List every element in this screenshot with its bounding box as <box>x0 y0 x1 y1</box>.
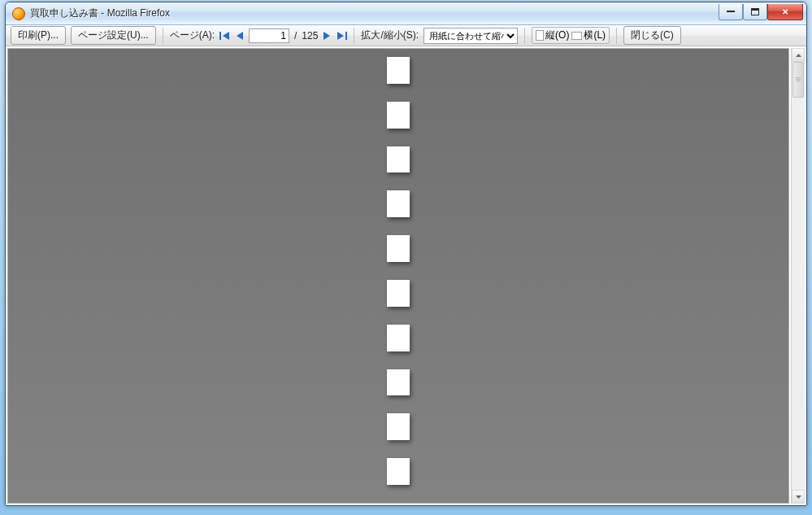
page-number-input[interactable] <box>249 28 289 43</box>
maximize-button[interactable] <box>743 4 767 20</box>
separator <box>524 28 525 44</box>
page-thumbnail[interactable] <box>387 458 410 485</box>
close-button[interactable] <box>767 4 803 20</box>
page-thumbnail[interactable] <box>387 280 410 307</box>
page-thumbnail[interactable] <box>387 146 410 173</box>
scroll-up-button[interactable] <box>792 48 805 62</box>
maximize-icon <box>751 8 759 15</box>
svg-marker-6 <box>796 54 801 57</box>
zoom-label: 拡大/縮小(S): <box>361 28 419 42</box>
application-window: 買取申し込み書 - Mozilla Firefox 印刷(P)... ページ設定… <box>5 2 807 506</box>
print-preview-toolbar: 印刷(P)... ページ設定(U)... ページ(A): / 125 拡大/縮小… <box>6 25 806 46</box>
window-title: 買取申し込み書 - Mozilla Firefox <box>30 7 170 20</box>
minimize-icon <box>727 11 735 12</box>
scroll-track[interactable] <box>792 62 805 490</box>
page-thumbnail[interactable] <box>387 102 410 129</box>
landscape-button[interactable]: 横(L) <box>571 28 606 42</box>
page-thumbnail[interactable] <box>387 235 410 262</box>
total-pages: 125 <box>302 30 318 41</box>
page-setup-button[interactable]: ページ設定(U)... <box>71 26 156 45</box>
svg-marker-2 <box>237 32 243 40</box>
close-preview-button[interactable]: 閉じる(C) <box>623 26 681 45</box>
preview-area[interactable] <box>7 48 789 504</box>
next-page-icon[interactable] <box>323 31 331 41</box>
separator <box>616 28 617 44</box>
portrait-icon <box>536 30 544 41</box>
page-thumbnail[interactable] <box>387 325 410 351</box>
page-separator: / <box>294 30 297 41</box>
landscape-icon <box>571 32 582 40</box>
zoom-select[interactable]: 用紙に合わせて縮小 <box>423 28 518 44</box>
minimize-button[interactable] <box>719 4 743 20</box>
firefox-icon <box>12 7 25 20</box>
svg-rect-5 <box>345 32 347 40</box>
preview-container <box>6 46 806 505</box>
page-thumbnail[interactable] <box>387 369 410 396</box>
page-thumbnail[interactable] <box>387 190 410 217</box>
svg-marker-3 <box>323 32 330 40</box>
page-thumbnail[interactable] <box>387 57 410 84</box>
print-button[interactable]: 印刷(P)... <box>11 26 66 45</box>
portrait-button[interactable]: 縦(O) <box>536 28 569 42</box>
vertical-scrollbar[interactable] <box>791 48 805 504</box>
page-label: ページ(A): <box>170 28 215 42</box>
scroll-thumb[interactable] <box>792 62 804 98</box>
titlebar[interactable]: 買取申し込み書 - Mozilla Firefox <box>6 2 806 25</box>
orientation-group: 縦(O) 横(L) <box>532 27 610 44</box>
scroll-down-button[interactable] <box>792 490 805 504</box>
svg-marker-4 <box>337 32 344 40</box>
window-controls <box>719 4 803 20</box>
last-page-icon[interactable] <box>336 31 347 41</box>
close-icon <box>782 6 788 17</box>
svg-marker-1 <box>223 32 229 40</box>
separator <box>163 28 163 44</box>
prev-page-icon[interactable] <box>236 31 244 41</box>
svg-rect-0 <box>219 32 221 40</box>
separator <box>354 28 354 44</box>
first-page-icon[interactable] <box>219 31 231 41</box>
page-thumbnail[interactable] <box>387 413 410 440</box>
svg-marker-7 <box>796 495 801 499</box>
